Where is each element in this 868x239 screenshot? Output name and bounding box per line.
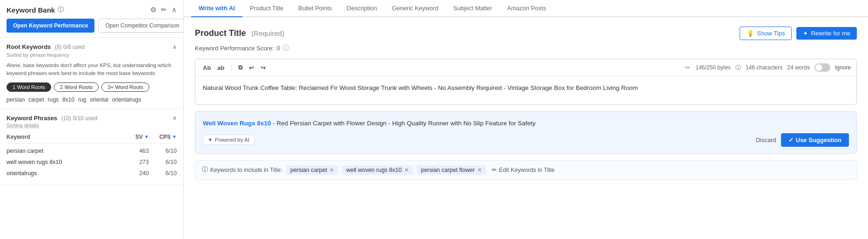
use-suggestion-button[interactable]: ✓ Use Suggestion — [781, 133, 849, 147]
table-header-row: Keyword SV ▼ CPS ▼ — [7, 132, 177, 143]
sparkle-icon: ✦ — [803, 30, 808, 37]
root-keywords-chips: persian carpet rugs 8x10 rug oriental or… — [7, 96, 177, 103]
toolbar-redo-button[interactable]: ↪ — [259, 63, 267, 72]
keyword-tag-persian-carpet-flower-remove[interactable]: ✕ — [477, 167, 482, 173]
chars-stat: 146 characters — [746, 64, 782, 71]
root-keywords-section: Root Keywords (8) 0/8 used ∧ Sorted by p… — [0, 38, 183, 109]
tab-generic-keyword[interactable]: Generic Keyword — [385, 0, 446, 17]
kps-value: 0 — [277, 45, 280, 52]
keyword-phrases-header-left: Keyword Phrases (10) 0/10 used — [7, 115, 97, 122]
table-row[interactable]: well woven rugs 8x10 273 6/10 — [7, 157, 177, 168]
root-keywords-filters: 1 Word Roots 2 Word Roots 3+ Word Roots — [7, 82, 177, 92]
keyword-bank-title: Keyword Bank ⓘ — [7, 6, 64, 14]
filter-3-word[interactable]: 3+ Word Roots — [101, 82, 149, 92]
keyword-chip-rug: rug — [78, 96, 86, 103]
ai-suggestion-box: Well Woven Rugs 8x10 - Red Persian Carpe… — [195, 111, 857, 154]
root-keywords-sort-label: Sorted by phrase frequency — [7, 52, 177, 58]
sv-sort-icon[interactable]: ▼ — [144, 134, 149, 139]
filter-2-word[interactable]: 2 Word Roots — [54, 82, 99, 92]
keyword-chip-rugs: rugs — [48, 96, 59, 103]
ignore-toggle[interactable] — [815, 63, 830, 72]
words-stat: 24 words — [787, 64, 810, 71]
keyword-tag-persian-carpet-flower: persian carpet flower ✕ — [417, 165, 486, 175]
left-content: Root Keywords (8) 0/8 used ∧ Sorted by p… — [0, 38, 183, 239]
toolbar-edit-icon[interactable]: ✏ — [685, 64, 691, 71]
table-row[interactable]: orientalrugs 240 6/10 — [7, 168, 177, 179]
keyword-phrases-collapse-icon[interactable]: ∧ — [173, 115, 177, 121]
main-content: Product Title (Required) 💡 Show Tips ✦ R… — [184, 17, 868, 239]
toolbar-separator-1 — [231, 64, 232, 71]
keyword-chip-orientalrugs: orientalrugs — [112, 96, 141, 103]
ai-actions: Discard ✓ Use Suggestion — [756, 133, 849, 147]
keyword-chip-persian: persian — [7, 96, 25, 103]
include-info-icon: ⓘ — [202, 166, 208, 174]
keyword-tag-well-woven: well woven rugs 8x10 ✕ — [342, 165, 413, 175]
keyword-phrases-table: Keyword SV ▼ CPS ▼ persian carpet 463 6/… — [7, 132, 177, 179]
editor-text-area[interactable]: Natural Wood Trunk Coffee Table: Reclaim… — [195, 76, 856, 104]
root-keywords-collapse-icon[interactable]: ∧ — [173, 44, 177, 50]
show-tips-button[interactable]: 💡 Show Tips — [740, 27, 792, 40]
kw-row-well-woven: well woven rugs 8x10 — [7, 159, 116, 165]
product-title-actions: 💡 Show Tips ✦ Rewrite for me — [740, 27, 857, 40]
root-keywords-header: Root Keywords (8) 0/8 used ∧ — [7, 43, 177, 50]
keyword-tag-well-woven-remove[interactable]: ✕ — [404, 167, 409, 173]
gear-icon[interactable]: ⚙ — [150, 6, 156, 14]
keyword-chip-8x10: 8x10 — [62, 96, 74, 103]
checkmark-icon: ✓ — [788, 137, 794, 143]
tab-amazon-posts[interactable]: Amazon Posts — [500, 0, 554, 17]
cps-sort-icon[interactable]: ▼ — [172, 134, 177, 139]
tabs-bar: Write with AI Product Title Bullet Point… — [184, 0, 868, 17]
keyword-phrases-title: Keyword Phrases — [7, 115, 57, 122]
keyword-phrases-header: Keyword Phrases (10) 0/10 used ∧ — [7, 115, 177, 122]
keywords-include-row: ⓘ Keywords to include in Title: persian … — [195, 160, 857, 180]
rewrite-for-me-button[interactable]: ✦ Rewrite for me — [796, 27, 857, 40]
toolbar-right: ✏ 146/250 bytes ⓘ 146 characters 24 word… — [685, 63, 851, 72]
open-competitor-comparison-button[interactable]: Open Competitor Comparison — [98, 19, 184, 33]
info-icon: ⓘ — [58, 6, 64, 14]
left-panel: Keyword Bank ⓘ ⚙ ✏ ∧ Open Keyword Perfor… — [0, 0, 184, 239]
root-keywords-count: (8) 0/8 used — [55, 44, 85, 50]
tab-write-with-ai[interactable]: Write with AI — [191, 0, 242, 17]
sorting-details-label[interactable]: Sorting details — [7, 123, 177, 128]
keyword-chip-carpet: carpet — [28, 96, 44, 103]
left-header: Keyword Bank ⓘ ⚙ ✏ ∧ Open Keyword Perfor… — [0, 0, 183, 38]
editor-toolbar: Ab ab ⧉ ↩ ↪ ✏ 146/250 bytes ⓘ 146 charac… — [195, 59, 856, 76]
toolbar-ab-lower[interactable]: ab — [215, 63, 226, 72]
right-panel: Write with AI Product Title Bullet Point… — [184, 0, 868, 239]
lightbulb-icon: 💡 — [747, 30, 754, 37]
tab-description[interactable]: Description — [340, 0, 385, 17]
keyword-tag-persian-carpet: persian carpet ✕ — [286, 165, 338, 175]
kps-info-icon: ⓘ — [283, 44, 289, 52]
tab-subject-matter[interactable]: Subject Matter — [446, 0, 500, 17]
col-header-sv: SV ▼ — [116, 134, 149, 140]
toolbar-undo-button[interactable]: ↩ — [247, 63, 256, 72]
root-keywords-description: Alone, base keywords don't affect your K… — [7, 61, 177, 78]
table-row[interactable]: persian carpet 463 6/10 — [7, 145, 177, 157]
editor-box: Ab ab ⧉ ↩ ↪ ✏ 146/250 bytes ⓘ 146 charac… — [195, 59, 857, 105]
toolbar-ab-caps[interactable]: Ab — [201, 63, 213, 72]
tab-bullet-points[interactable]: Bullet Points — [291, 0, 339, 17]
keyword-tag-persian-carpet-remove[interactable]: ✕ — [329, 167, 334, 173]
header-icons: ⚙ ✏ ∧ — [150, 6, 177, 14]
open-keyword-performance-button[interactable]: Open Keyword Performance — [7, 19, 94, 33]
keyword-bank-label: Keyword Bank — [7, 6, 55, 14]
ai-powered-badge: ✦ Powered by AI — [203, 135, 254, 145]
keyword-chip-oriental: oriental — [90, 96, 108, 103]
edit-keywords-button[interactable]: ✏ Edit Keywords in Title — [492, 166, 555, 173]
kw-row-orientalrugs: orientalrugs — [7, 170, 116, 177]
edit-icon[interactable]: ✏ — [161, 6, 167, 14]
tab-product-title[interactable]: Product Title — [242, 0, 291, 17]
root-keywords-title: Root Keywords — [7, 43, 51, 50]
filter-1-word[interactable]: 1 Word Roots — [7, 82, 51, 92]
root-keywords-header-left: Root Keywords (8) 0/8 used — [7, 43, 85, 50]
product-title-header: Product Title (Required) 💡 Show Tips ✦ R… — [195, 27, 857, 40]
info-icon-stat: ⓘ — [735, 64, 741, 72]
ai-sparkle-icon: ✦ — [208, 137, 213, 143]
product-title-label: Product Title — [195, 28, 246, 38]
col-header-keyword: Keyword — [7, 134, 116, 140]
discard-button[interactable]: Discard — [756, 137, 776, 143]
collapse-icon[interactable]: ∧ — [172, 6, 177, 14]
product-title-label-group: Product Title (Required) — [195, 28, 284, 38]
toolbar-copy-button[interactable]: ⧉ — [236, 63, 244, 72]
kw-row-persian-carpet: persian carpet — [7, 148, 116, 154]
